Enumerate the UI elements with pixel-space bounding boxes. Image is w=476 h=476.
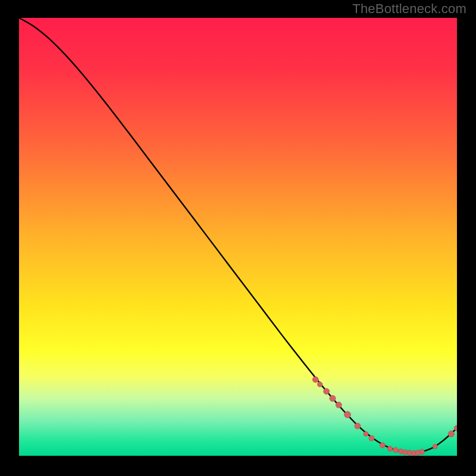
data-marker	[448, 431, 454, 437]
data-marker	[364, 431, 368, 436]
data-marker	[380, 443, 385, 448]
data-marker	[345, 411, 351, 418]
data-marker	[336, 402, 342, 408]
data-marker	[369, 436, 374, 441]
chart-frame: TheBottleneck.com	[0, 0, 476, 476]
data-marker	[419, 449, 425, 455]
data-marker	[330, 395, 336, 401]
data-marker	[387, 446, 393, 452]
gradient-background	[19, 18, 457, 456]
data-marker	[433, 444, 437, 449]
data-marker	[317, 382, 322, 387]
data-marker	[312, 377, 318, 383]
watermark-text: TheBottleneck.com	[352, 1, 466, 17]
data-marker	[393, 447, 399, 453]
plot-svg	[19, 18, 457, 456]
data-marker	[355, 423, 361, 429]
plot-area	[19, 18, 457, 456]
data-marker	[324, 389, 330, 394]
